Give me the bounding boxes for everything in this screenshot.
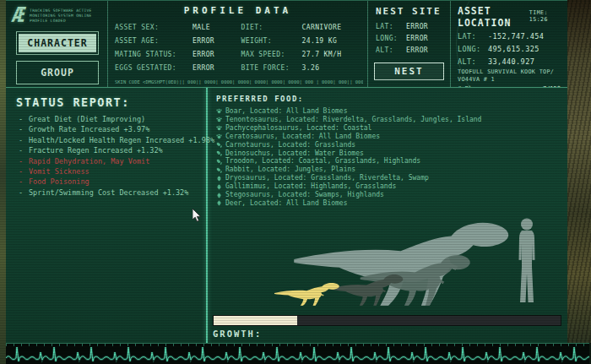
status-report-list: Great Diet (Diet Improving)Growth Rate I… xyxy=(16,114,201,198)
meat-icon xyxy=(216,150,222,156)
nest-field-label: LONG: xyxy=(376,33,406,45)
nest-field: ALT:ERROR xyxy=(376,45,443,57)
profile-field-label: EGGS GESTATED: xyxy=(115,62,192,75)
silhouette-human-scale xyxy=(519,219,535,303)
nest-field-label: ALT: xyxy=(376,45,406,57)
profile-field: ASSET AGE:ERROR xyxy=(115,35,235,48)
preferred-food-item-text: Deinosuchus, Located: Water Biomes xyxy=(225,149,364,158)
preferred-food-item-text: Carnotaurus, Located: Grasslands xyxy=(225,141,355,149)
profile-field-value: ERROR xyxy=(192,48,214,62)
profile-data-section: PROFILE DATA ASSET SEX:MALEASSET AGE:ERR… xyxy=(108,1,367,87)
heartbeat-monitor xyxy=(6,343,589,364)
preferred-food-item-text: Boar, Located: All Land Biomes xyxy=(225,107,348,116)
profile-field: MATING STATUS:ERROR xyxy=(115,48,235,62)
asset-fields: LAT:-152,747.454LONG:495,615.325ALT:33,4… xyxy=(458,30,561,68)
asset-field: LONG:495,615.325 xyxy=(458,43,561,56)
tagline-line: PROFILE LOADED xyxy=(30,19,92,24)
time-display: TIME: 15:26 xyxy=(529,9,561,23)
asset-field-value: -152,747.454 xyxy=(488,30,544,43)
profile-field: WEIGHT:24.19 KG xyxy=(241,35,361,48)
growth-stage-silhouettes xyxy=(211,211,567,311)
nest-field-label: LAT: xyxy=(376,21,406,33)
preferred-food-item-text: Pachycephalosaurus, Located: Coastal xyxy=(225,124,371,133)
group-tab-label: GROUP xyxy=(19,63,96,82)
asset-field-label: LONG: xyxy=(458,43,488,56)
preferred-food-item-text: Rabbit, Located: Jungles, Plains xyxy=(225,166,355,174)
asset-field-label: ALT: xyxy=(458,56,488,68)
preferred-food-item: Ceratosaurus, Located: All Land Biomes xyxy=(216,133,567,141)
nest-field: LAT:ERROR xyxy=(376,21,443,33)
players-count: 7/150 xyxy=(543,85,561,87)
background-left-strip xyxy=(0,0,6,364)
status-report-item: Health/Locked Health Regen Increased +1.… xyxy=(16,135,201,145)
nest-button[interactable]: NEST xyxy=(374,62,444,80)
paw-icon xyxy=(216,125,222,131)
preferred-food-section: PREFERRED FOOD: Boar, Located: All Land … xyxy=(208,88,567,343)
character-tab-button[interactable]: CHARACTER xyxy=(16,31,99,55)
status-report-item: Great Diet (Diet Improving) xyxy=(16,114,201,124)
preferred-food-item-text: Dryosaurus, Located: Grasslands, Riverde… xyxy=(225,174,429,182)
profile-field: BITE FORCE:3.26 xyxy=(241,62,361,75)
preferred-food-item: Deer, Located: All Land Biomes xyxy=(216,199,567,208)
profile-field: MAX SPEED:27.7 KM/H xyxy=(241,48,361,62)
profile-field-label: ASSET SEX: xyxy=(115,21,192,35)
asset-location-title: ASSET LOCATION xyxy=(458,5,529,29)
nest-field: LONG:ERROR xyxy=(376,33,443,45)
growth-label: GROWTH: xyxy=(213,329,262,339)
leaf-icon xyxy=(216,200,222,206)
status-report-item: Growth Rate Increased +3.97% xyxy=(16,124,201,134)
profile-field-value: MALE xyxy=(192,21,210,35)
preferred-food-item: Gallimimus, Located: Highlands, Grasslan… xyxy=(216,182,567,191)
leaf-icon xyxy=(216,184,222,190)
profile-right-column: DIET:CARNIVOREWEIGHT:24.19 KGMAX SPEED:2… xyxy=(241,21,361,75)
preferred-food-list: Boar, Located: All Land BiomesTenontosau… xyxy=(216,107,567,208)
preferred-food-item-text: Tenontosaurus, Located: Riverdelta, Gras… xyxy=(225,116,481,124)
asset-field: ALT:33,440.927 xyxy=(458,56,561,68)
asset-field: LAT:-152,747.454 xyxy=(458,30,561,43)
nest-fields: LAT:ERRORLONG:ERRORALT:ERROR xyxy=(376,21,443,57)
asset-field-value: 495,615.325 xyxy=(488,43,539,56)
leaf-icon xyxy=(216,193,222,198)
preferred-food-item: Carnotaurus, Located: Grasslands xyxy=(216,141,567,149)
status-report-item: Rapid Dehydration, May Vomit xyxy=(16,156,201,166)
character-tab-label: CHARACTER xyxy=(19,34,96,52)
paw-icon xyxy=(216,108,222,114)
preferred-food-item: Rabbit, Located: Jungles, Plains xyxy=(216,166,567,174)
nest-field-value: ERROR xyxy=(406,45,428,57)
silhouette-current-hatchling xyxy=(274,283,339,306)
preferred-food-item: Deinosuchus, Located: Water Biomes xyxy=(216,149,567,158)
skin-code: SKIN CODE <DMGSHPT(0E0)|| 000|| 0000| 00… xyxy=(115,79,363,84)
background-right-strip xyxy=(567,0,591,343)
group-tab-button[interactable]: GROUP xyxy=(16,61,99,84)
profile-field-value: CARNIVORE xyxy=(302,21,342,35)
preferred-food-item-text: Troodon, Located: Coastal, Grasslands, H… xyxy=(225,157,420,166)
status-report-item: Vomit Sickness xyxy=(16,166,201,177)
meat-icon xyxy=(216,142,222,148)
preferred-food-item: Troodon, Located: Coastal, Grasslands, H… xyxy=(216,157,567,166)
profile-data-title: PROFILE DATA xyxy=(108,5,367,16)
preferred-food-item: Stegosaurus, Located: Swamps, Highlands xyxy=(216,191,567,199)
heartbeat-waveform xyxy=(6,344,589,364)
profile-field: EGGS GESTATED:ERROR xyxy=(115,62,235,75)
logo-tagline: TRACKING SOFTWARE ACTIVE MONITORING SYST… xyxy=(30,8,92,24)
preferred-food-item-text: Gallimimus, Located: Highlands, Grasslan… xyxy=(225,182,396,191)
profile-field-label: WEIGHT: xyxy=(241,35,302,48)
preferred-food-item-text: Deer, Located: All Land Biomes xyxy=(225,199,348,208)
status-report-section: STATUS REPORT: Great Diet (Diet Improvin… xyxy=(6,88,206,343)
logo-section: Æ TRACKING SOFTWARE ACTIVE MONITORING SY… xyxy=(6,1,107,87)
asset-field-value: 33,440.927 xyxy=(488,56,534,68)
status-report-title: STATUS REPORT: xyxy=(16,95,201,109)
profile-field-label: BITE FORCE: xyxy=(241,62,302,75)
profile-field: DIET:CARNIVORE xyxy=(241,21,361,35)
paw-icon xyxy=(216,133,222,139)
server-name-line1: TOOFULL SURVIVAL KOOK TOP/ xyxy=(458,68,561,76)
profile-field-label: MAX SPEED: xyxy=(241,48,302,62)
preferred-food-item-text: Stegosaurus, Located: Swamps, Highlands xyxy=(225,191,384,199)
leaf-icon xyxy=(216,176,222,182)
preferred-food-item: Boar, Located: All Land Biomes xyxy=(216,107,567,116)
growth-progress-bar xyxy=(213,315,561,326)
profile-field-value: 3.26 xyxy=(302,62,320,75)
nest-site-section: NEST SITE LAT:ERRORLONG:ERRORALT:ERROR N… xyxy=(368,1,450,87)
server-name-line2: VO44VA # 1 xyxy=(458,76,561,84)
meat-icon xyxy=(216,167,222,173)
